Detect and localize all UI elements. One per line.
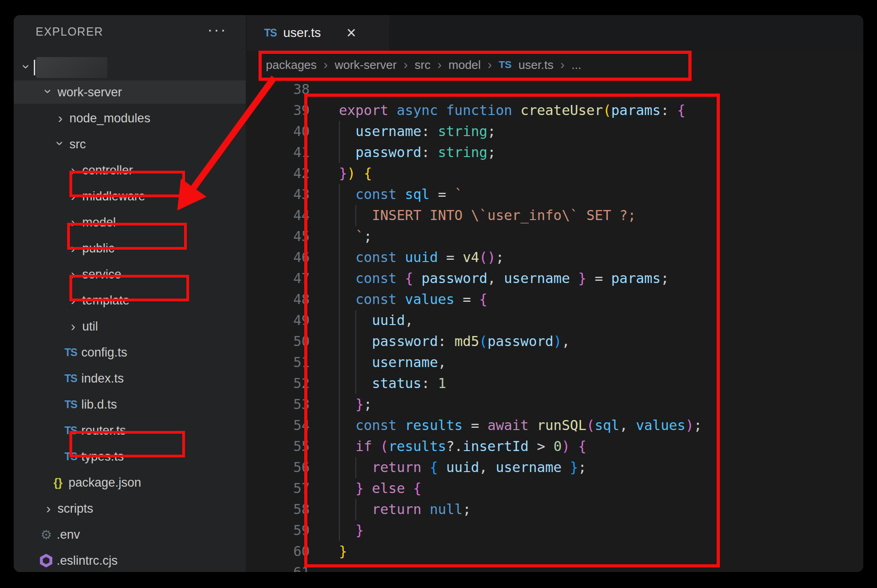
sidebar-item-public[interactable]: ›public: [14, 237, 246, 260]
breadcrumb-separator-icon: ›: [403, 58, 407, 72]
code-line-53[interactable]: 53 };: [246, 394, 863, 415]
code-text: const values = {: [339, 289, 487, 310]
tab-label: user.ts: [283, 26, 321, 40]
line-number: 59: [264, 520, 310, 541]
sidebar-item-label: service: [82, 268, 122, 282]
sidebar-item-label: scripts: [58, 502, 93, 516]
chevron-right-icon: ›: [64, 268, 82, 281]
code-line-54[interactable]: 54 const results = await runSQL(sql, val…: [246, 415, 863, 436]
sidebar-item-service[interactable]: ›service: [14, 263, 246, 286]
sidebar-item-label: .eslintrc.cjs: [57, 554, 118, 568]
code-text: } else {: [339, 478, 422, 499]
sidebar-item-label: index.ts: [81, 372, 124, 386]
chevron-right-icon: ›: [64, 163, 82, 177]
code-line-39[interactable]: 39export async function createUser(param…: [246, 100, 863, 121]
file-tree: ››work-server›node_modules›src›controlle…: [14, 42, 246, 572]
code-text: const sql = `: [339, 184, 463, 205]
code-line-45[interactable]: 45 `;: [246, 226, 863, 247]
sidebar-item-dot-env[interactable]: ⚙.env: [14, 523, 246, 546]
sidebar-item-util[interactable]: ›util: [14, 315, 246, 338]
code-line-49[interactable]: 49 uuid,: [246, 310, 863, 331]
code-line-58[interactable]: 58 return null;: [246, 499, 863, 520]
sidebar-item-types-ts[interactable]: TStypes.ts: [14, 445, 246, 468]
breadcrumb-work-server[interactable]: work-server: [335, 58, 397, 72]
line-number: 55: [264, 436, 310, 457]
breadcrumb-src[interactable]: src: [415, 58, 431, 72]
ts-icon: TS: [60, 399, 81, 411]
sidebar-item-package-json[interactable]: {}package.json: [14, 471, 246, 494]
tab-user-ts[interactable]: TS user.ts ×: [247, 15, 389, 51]
sidebar-item-template[interactable]: ›template: [14, 289, 246, 312]
screenshot-stage: EXPLORER ··· ››work-server›node_modules›…: [0, 0, 877, 588]
sidebar-item-label: middleware: [82, 189, 145, 204]
sidebar-item-label: lib.d.ts: [81, 398, 117, 412]
code-line-44[interactable]: 44 INSERT INTO \`user_info\` SET ?;: [246, 205, 863, 226]
code-line-40[interactable]: 40 username: string;: [246, 121, 863, 142]
sidebar-item-model[interactable]: ›model: [14, 211, 246, 234]
code-text: const uuid = v4();: [339, 247, 504, 268]
sidebar-item-work-server[interactable]: ›work-server: [14, 81, 246, 104]
code-text: }) {: [339, 163, 372, 184]
sidebar-item-router-ts[interactable]: TSrouter.ts: [14, 419, 246, 442]
explorer-sidebar: EXPLORER ··· ››work-server›node_modules›…: [14, 15, 246, 572]
code-text: uuid,: [339, 310, 413, 331]
code-text: username: string;: [339, 121, 496, 142]
line-number: 46: [264, 247, 310, 268]
sidebar-item-label: util: [82, 320, 98, 334]
sidebar-item-index-ts[interactable]: TSindex.ts: [14, 367, 246, 390]
code-line-47[interactable]: 47 const { password, username } = params…: [246, 268, 863, 289]
code-line-56[interactable]: 56 return { uuid, username };: [246, 457, 863, 478]
line-number: 41: [264, 142, 310, 163]
code-line-46[interactable]: 46 const uuid = v4();: [246, 247, 863, 268]
code-text: export async function createUser(params:…: [339, 100, 686, 121]
breadcrumb-separator-icon: ›: [323, 58, 328, 72]
sidebar-item-label: public: [82, 242, 115, 256]
sidebar-item-root-folder[interactable]: ›: [14, 55, 246, 80]
chevron-down-icon: ›: [42, 82, 55, 100]
code-line-52[interactable]: 52 status: 1: [246, 373, 863, 394]
sidebar-item-label: .env: [57, 528, 80, 542]
code-line-51[interactable]: 51 username,: [246, 352, 863, 373]
code-line-59[interactable]: 59 }: [246, 520, 863, 541]
breadcrumb: packages›work-server›src›model›TSuser.ts…: [266, 51, 581, 79]
braces-icon: {}: [48, 476, 69, 489]
sidebar-item-config-ts[interactable]: TSconfig.ts: [14, 341, 246, 364]
code-line-43[interactable]: 43 const sql = `: [246, 184, 863, 205]
code-text: };: [339, 394, 372, 415]
sidebar-item-middleware[interactable]: ›middleware: [14, 185, 246, 208]
code-line-48[interactable]: 48 const values = {: [246, 289, 863, 310]
code-editor[interactable]: 3839export async function createUser(par…: [246, 79, 863, 572]
code-line-42[interactable]: 42}) {: [246, 163, 863, 184]
sidebar-item-label: node_modules: [69, 111, 150, 126]
line-number: 40: [264, 121, 310, 142]
code-line-57[interactable]: 57 } else {: [246, 478, 863, 499]
gear-icon: ⚙: [36, 527, 57, 542]
breadcrumb-symbol-ellipsis[interactable]: ...: [571, 58, 581, 72]
sidebar-item-node_modules[interactable]: ›node_modules: [14, 107, 246, 130]
sidebar-item-src[interactable]: ›src: [14, 133, 246, 156]
line-number: 58: [264, 499, 310, 520]
code-line-61[interactable]: 61: [246, 562, 863, 572]
line-number: 50: [264, 331, 310, 352]
sidebar-item-controller[interactable]: ›controller: [14, 159, 246, 182]
code-line-55[interactable]: 55 if (results?.insertId > 0) {: [246, 436, 863, 457]
sidebar-item-scripts[interactable]: ›scripts: [14, 497, 246, 520]
sidebar-item-lib-d-ts[interactable]: TSlib.d.ts: [14, 393, 246, 416]
sidebar-item-label: package.json: [69, 476, 141, 490]
line-number: 56: [264, 457, 310, 478]
breadcrumb-separator-icon: ›: [437, 58, 441, 72]
breadcrumb-packages[interactable]: packages: [266, 58, 317, 72]
code-line-50[interactable]: 50 password: md5(password),: [246, 331, 863, 352]
code-line-38[interactable]: 38: [246, 79, 863, 100]
close-icon[interactable]: ×: [346, 25, 356, 41]
line-number: 42: [264, 163, 310, 184]
code-line-60[interactable]: 60}: [246, 541, 863, 562]
breadcrumb-model[interactable]: model: [449, 58, 481, 72]
sidebar-item-eslintrc[interactable]: .eslintrc.cjs: [14, 549, 246, 572]
line-number: 49: [264, 310, 310, 331]
more-actions-icon[interactable]: ···: [207, 21, 227, 38]
line-number: 38: [264, 79, 310, 100]
ts-icon: TS: [60, 425, 81, 437]
breadcrumb-file-name[interactable]: user.ts: [518, 58, 554, 72]
code-line-41[interactable]: 41 password: string;: [246, 142, 863, 163]
